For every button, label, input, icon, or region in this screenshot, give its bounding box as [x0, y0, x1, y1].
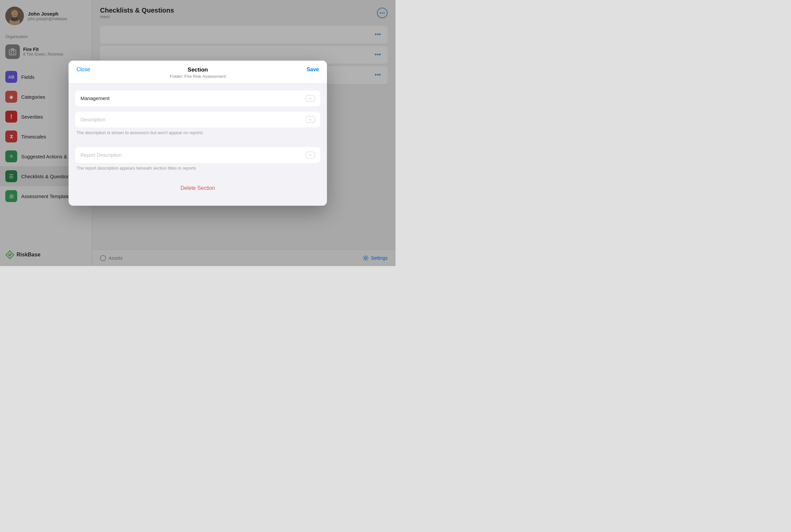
- description-field[interactable]: A↕: [75, 112, 320, 128]
- report-description-hint: The report description appears beneath s…: [75, 163, 320, 175]
- description-card: A↕: [75, 112, 320, 128]
- report-description-field-icon: A↕: [306, 152, 315, 158]
- report-description-section: A↕ The report description appears beneat…: [75, 142, 320, 175]
- name-input[interactable]: [80, 95, 303, 101]
- report-description-card: A↕: [75, 147, 320, 163]
- description-field-icon: A↕: [306, 116, 315, 123]
- description-section: A↕ The description is shown to assessors…: [75, 112, 320, 139]
- field-icon-text: A↕: [309, 97, 312, 100]
- name-field[interactable]: A↕: [75, 91, 320, 106]
- description-hint: The description is shown to assessors bu…: [75, 128, 320, 139]
- modal: Close Section Folder: Fire Risk Assessme…: [69, 61, 327, 206]
- modal-title: Section: [96, 66, 299, 73]
- field-icon-text3: A↕: [309, 153, 312, 157]
- modal-save-button[interactable]: Save: [299, 66, 319, 73]
- modal-overlay: Close Section Folder: Fire Risk Assessme…: [0, 0, 396, 266]
- modal-close-button[interactable]: Close: [77, 66, 96, 73]
- modal-body: A↕ A↕ The description is shown to assess…: [69, 84, 327, 206]
- field-icon-text2: A↕: [309, 118, 312, 121]
- description-input[interactable]: [80, 117, 303, 122]
- delete-section-button[interactable]: Delete Section: [180, 185, 215, 191]
- modal-subtitle: Folder: Fire Risk Assessment: [96, 74, 299, 79]
- report-description-field[interactable]: A↕: [75, 147, 320, 163]
- modal-header: Close Section Folder: Fire Risk Assessme…: [69, 61, 327, 84]
- name-card: A↕: [75, 91, 320, 106]
- modal-title-group: Section Folder: Fire Risk Assessment: [96, 66, 299, 79]
- name-field-icon: A↕: [306, 95, 315, 102]
- report-description-input[interactable]: [80, 152, 303, 158]
- delete-section-container: Delete Section: [75, 178, 320, 198]
